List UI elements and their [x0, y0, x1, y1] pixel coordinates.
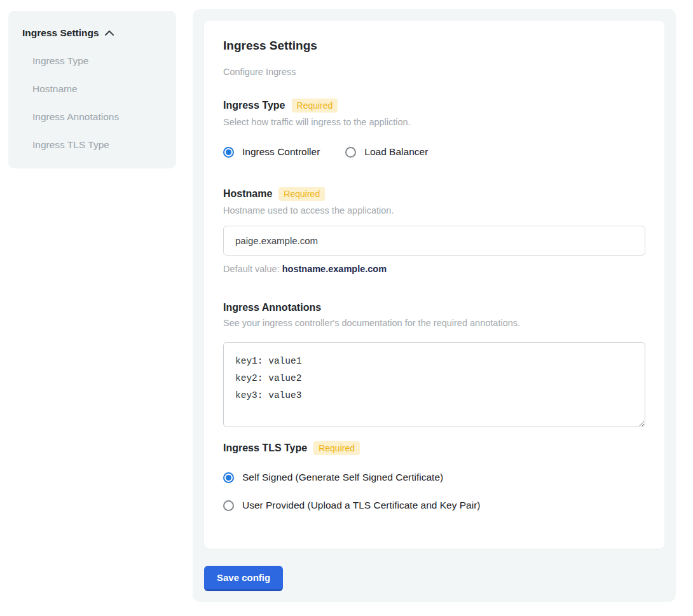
section-ingress-annotations: Ingress Annotations See your ingress con… [223, 302, 645, 427]
radio-option-label: Self Signed (Generate Self Signed Certif… [242, 472, 443, 483]
ingress-settings-card: Ingress Settings Configure Ingress Ingre… [204, 21, 664, 549]
hostname-label: Hostname [223, 188, 272, 200]
save-config-button[interactable]: Save config [204, 566, 283, 591]
radio-option-label: Load Balancer [364, 146, 428, 158]
radio-unselected-icon[interactable] [345, 147, 356, 158]
sidebar-item-hostname[interactable]: Hostname [22, 83, 162, 95]
ingress-settings-panel: Ingress Settings Configure Ingress Ingre… [193, 9, 676, 602]
page-title: Ingress Settings [223, 39, 645, 53]
sidebar-section-toggle[interactable]: Ingress Settings [22, 27, 162, 39]
radio-selected-icon[interactable] [223, 472, 234, 483]
radio-option-self-signed[interactable]: Self Signed (Generate Self Signed Certif… [223, 472, 645, 483]
annotations-label: Ingress Annotations [223, 302, 321, 313]
section-hostname: Hostname Required Hostname used to acces… [223, 187, 645, 274]
default-value-text: hostname.example.com [282, 264, 387, 274]
required-badge: Required [278, 187, 325, 201]
radio-option-ingress-controller[interactable]: Ingress Controller [223, 146, 320, 158]
section-ingress-type: Ingress Type Required Select how traffic… [223, 99, 645, 158]
ingress-type-radio-group: Ingress Controller Load Balancer [223, 146, 645, 158]
ingress-type-label: Ingress Type [223, 100, 285, 111]
ingress-type-description: Select how traffic will ingress to the a… [223, 117, 645, 127]
sidebar-item-ingress-annotations[interactable]: Ingress Annotations [22, 111, 162, 123]
sidebar-item-ingress-tls-type[interactable]: Ingress TLS Type [22, 139, 162, 151]
default-value-prefix: Default value: [223, 264, 280, 274]
required-badge: Required [292, 99, 338, 113]
radio-option-label: User Provided (Upload a TLS Certificate … [242, 500, 480, 511]
section-ingress-tls-type: Ingress TLS Type Required Self Signed (G… [223, 441, 645, 511]
annotations-textarea[interactable]: key1: value1 key2: value2 key3: value3 [223, 342, 645, 427]
sidebar-item-list: Ingress Type Hostname Ingress Annotation… [22, 55, 162, 151]
sidebar-item-ingress-type[interactable]: Ingress Type [22, 55, 162, 67]
hostname-description: Hostname used to access the application. [223, 205, 645, 216]
sidebar-section-title: Ingress Settings [22, 27, 99, 39]
chevron-up-icon [104, 30, 114, 36]
hostname-default-line: Default value:hostname.example.com [223, 264, 645, 274]
required-badge: Required [313, 441, 360, 455]
tls-type-radio-group: Self Signed (Generate Self Signed Certif… [223, 472, 645, 511]
settings-sidebar: Ingress Settings Ingress Type Hostname I… [8, 11, 176, 168]
tls-type-label: Ingress TLS Type [223, 442, 307, 454]
radio-option-load-balancer[interactable]: Load Balancer [345, 146, 428, 158]
page-subtitle: Configure Ingress [223, 67, 645, 77]
radio-selected-icon[interactable] [223, 147, 234, 158]
annotations-description: See your ingress controller's documentat… [223, 318, 645, 328]
radio-option-label: Ingress Controller [242, 146, 320, 158]
radio-unselected-icon[interactable] [223, 500, 234, 511]
hostname-input[interactable] [223, 226, 645, 256]
radio-option-user-provided[interactable]: User Provided (Upload a TLS Certificate … [223, 500, 645, 511]
